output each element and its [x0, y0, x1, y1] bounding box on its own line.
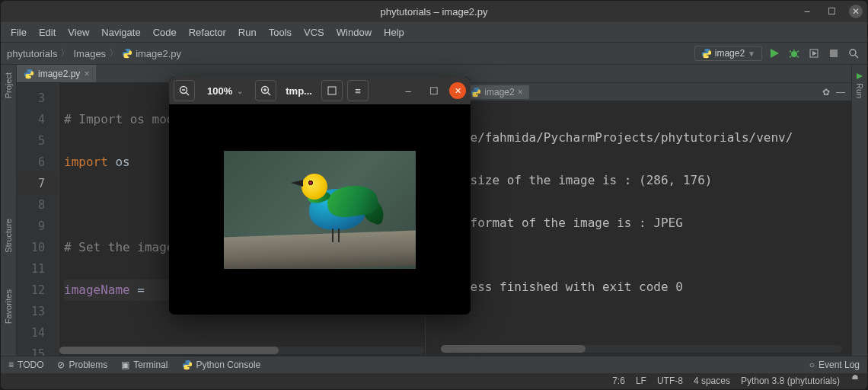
python-file-icon: [701, 48, 712, 59]
editor-tab-label: image2.py: [38, 69, 80, 79]
toolwindow-problems[interactable]: ⊘Problems: [57, 360, 107, 370]
chevron-right-icon: 〉: [60, 46, 70, 60]
svg-line-10: [186, 92, 189, 95]
menu-tools[interactable]: Tools: [265, 25, 295, 40]
toolwindow-structure-tab[interactable]: Structure: [4, 216, 13, 256]
editor-tab-image2[interactable]: image2.py ×: [17, 65, 96, 82]
menu-navigate[interactable]: Navigate: [97, 25, 144, 40]
zoom-in-button[interactable]: [255, 80, 276, 101]
indent-settings[interactable]: 4 spaces: [694, 376, 730, 386]
caret-position[interactable]: 7:6: [612, 376, 625, 386]
run-tool-header: Run: image2 × ✿ —: [435, 83, 851, 101]
svg-marker-3: [812, 51, 817, 56]
run-tool-tab[interactable]: image2 ×: [464, 85, 528, 99]
toolwindow-terminal[interactable]: ▣Terminal: [121, 360, 168, 370]
zoom-level-dropdown[interactable]: 100%⌄: [199, 85, 251, 97]
viewer-close-button[interactable]: ✕: [449, 82, 466, 99]
run-button[interactable]: [767, 46, 782, 61]
svg-rect-8: [851, 379, 859, 385]
fullscreen-button[interactable]: [321, 80, 343, 101]
menu-window[interactable]: Window: [333, 25, 375, 40]
bottom-toolwindow-bar: ≡TODO ⊘Problems ▣Terminal Python Console…: [1, 356, 867, 373]
svg-line-13: [267, 92, 270, 95]
window-titlebar: phytutorials – image2.py – ☐ ✕: [1, 1, 867, 22]
displayed-image: [224, 151, 416, 269]
toolwindow-project-tab[interactable]: Project: [4, 69, 13, 101]
menu-help[interactable]: Help: [380, 25, 408, 40]
viewer-menu-button[interactable]: ≡: [347, 80, 369, 101]
left-tool-strip: Project Structure Favorites: [1, 65, 17, 356]
image-viewer-window[interactable]: 100%⌄ tmp... ≡ – ☐ ✕: [169, 77, 471, 315]
search-everywhere-button[interactable]: [846, 46, 861, 61]
close-tab-icon[interactable]: ×: [84, 69, 89, 79]
run-tool-tab-label: image2: [484, 87, 514, 98]
run-with-coverage-button[interactable]: [806, 46, 822, 61]
toolwindow-favorites-tab[interactable]: Favorites: [4, 286, 13, 327]
close-icon[interactable]: ×: [518, 87, 523, 98]
hide-panel-icon[interactable]: —: [836, 87, 845, 98]
python-interpreter[interactable]: Python 3.8 (phytutorials): [741, 376, 840, 386]
run-settings-icon[interactable]: ✿: [822, 87, 830, 98]
chevron-down-icon: ⌄: [237, 87, 243, 95]
chevron-right-icon: 〉: [109, 46, 119, 60]
readonly-lock-icon[interactable]: [850, 375, 860, 388]
menu-run[interactable]: Run: [235, 25, 260, 40]
breadcrumb-file[interactable]: image2.py: [136, 48, 181, 59]
navigation-bar: phytutorials 〉 Images 〉 image2.py image2…: [1, 42, 867, 65]
window-maximize-button[interactable]: ☐: [825, 5, 838, 18]
toolwindow-python-console[interactable]: Python Console: [182, 360, 261, 370]
svg-point-5: [850, 50, 856, 56]
window-minimize-button[interactable]: –: [800, 5, 814, 18]
main-menu-bar: File Edit View Navigate Code Refactor Ru…: [1, 22, 867, 42]
chevron-down-icon: ▼: [748, 50, 755, 58]
run-config-label: image2: [715, 48, 745, 59]
menu-file[interactable]: File: [7, 25, 30, 40]
window-close-button[interactable]: ✕: [849, 5, 863, 18]
image-viewer-toolbar: 100%⌄ tmp... ≡ – ☐ ✕: [169, 77, 471, 104]
python-file-icon: [24, 69, 34, 79]
python-file-icon: [471, 87, 481, 98]
svg-marker-0: [771, 49, 779, 58]
python-file-icon: [122, 48, 132, 59]
svg-point-1: [791, 51, 797, 57]
svg-line-6: [855, 55, 858, 58]
run-tool-window: Run: image2 × ✿ — /home/fahmida/PycharmP…: [434, 83, 851, 356]
breadcrumb-root[interactable]: phytutorials: [7, 48, 57, 59]
breadcrumb: phytutorials 〉 Images 〉 image2.py: [7, 46, 181, 60]
file-encoding[interactable]: UTF-8: [657, 376, 683, 386]
stop-button[interactable]: [826, 46, 841, 61]
toolwindow-run-vertical-tab[interactable]: Run: [855, 69, 864, 101]
svg-rect-4: [830, 50, 838, 57]
image-viewer-title: tmp...: [281, 85, 317, 97]
svg-rect-16: [328, 87, 336, 94]
toolwindow-event-log[interactable]: ○Event Log: [809, 360, 860, 370]
viewer-maximize-button[interactable]: ☐: [428, 85, 440, 97]
viewer-minimize-button[interactable]: –: [402, 85, 414, 97]
editor-h-scrollbar[interactable]: [59, 347, 425, 354]
menu-refactor[interactable]: Refactor: [185, 25, 230, 40]
image-viewer-canvas: [169, 104, 471, 315]
editor-gutter: 3 4 5 6 7 8 9 10 11 12 13 14 15: [17, 83, 59, 356]
run-h-scrollbar[interactable]: [441, 345, 842, 353]
line-separator[interactable]: LF: [636, 376, 646, 386]
window-title: phytutorials – image2.py: [381, 6, 488, 18]
zoom-out-button[interactable]: [174, 80, 195, 101]
run-config-selector[interactable]: image2 ▼: [694, 46, 762, 61]
menu-edit[interactable]: Edit: [35, 25, 59, 40]
menu-view[interactable]: View: [64, 25, 93, 40]
svg-marker-7: [857, 73, 863, 79]
right-tool-strip: Run: [851, 65, 867, 356]
breadcrumb-dir[interactable]: Images: [73, 48, 106, 59]
toolwindow-todo[interactable]: ≡TODO: [8, 360, 43, 370]
menu-vcs[interactable]: VCS: [300, 25, 328, 40]
status-bar: 7:6 LF UTF-8 4 spaces Python 3.8 (phytut…: [1, 373, 867, 390]
run-output[interactable]: /home/fahmida/PycharmProjects/phytutoria…: [435, 101, 851, 356]
menu-code[interactable]: Code: [149, 25, 180, 40]
debug-button[interactable]: [787, 46, 802, 61]
